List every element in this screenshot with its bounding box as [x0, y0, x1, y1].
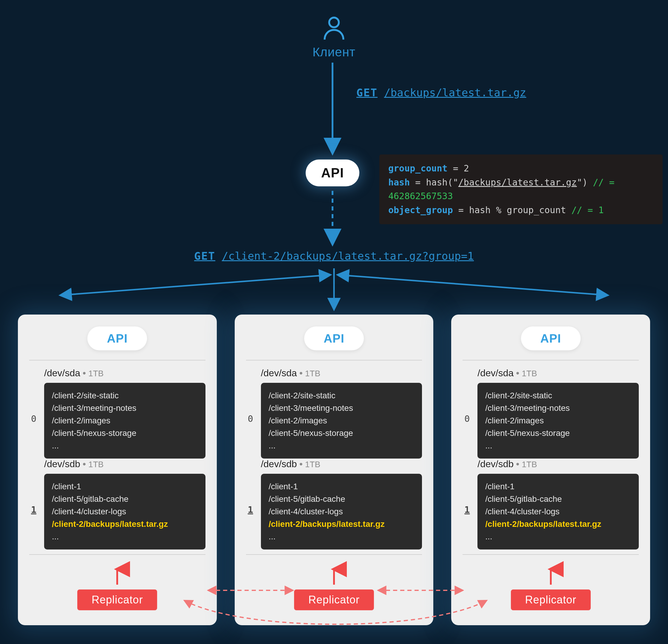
http-method: GET [194, 250, 215, 262]
disk-entry: /client-2/images [269, 414, 414, 427]
disk-entry: /client-2/backups/latest.tar.gz [269, 518, 414, 531]
disk-header: /dev/sdb•1TB [44, 459, 206, 470]
disk-entry: /client-1 [52, 480, 198, 493]
disk-path: /dev/sda [44, 368, 80, 378]
server-card: API/dev/sda•1TB0/client-2/site-static/cl… [235, 315, 434, 625]
disk-entry: /client-5/gitlab-cache [52, 493, 198, 505]
api-pill: API [87, 326, 147, 350]
disk-entry: ... [485, 531, 631, 543]
disk-row: 0/client-2/site-static/client-3/meeting-… [29, 379, 206, 459]
disk-entries: /client-1/client-5/gitlab-cache/client-4… [44, 474, 206, 550]
disk-entry: ... [485, 440, 631, 452]
disk-size: 1TB [522, 369, 537, 378]
svg-line-5 [338, 275, 607, 295]
disk-entry: /client-2/images [485, 414, 631, 427]
disk-entry: /client-4/cluster-logs [52, 505, 198, 518]
client-label: Клиент [304, 45, 364, 59]
disk-index: 1 [246, 504, 255, 515]
disk-entry: /client-1 [269, 480, 414, 493]
api-pill: API [304, 326, 364, 350]
request-top: GET /backups/latest.tar.gz [356, 87, 526, 99]
disk-entry: /client-2/site-static [269, 389, 414, 402]
http-path: /backups/latest.tar.gz [384, 87, 526, 99]
disk-header: /dev/sdb•1TB [261, 459, 422, 470]
svg-line-4 [61, 275, 330, 295]
disk-entries: /client-2/site-static/client-3/meeting-n… [44, 383, 206, 459]
request-second: GET /client-2/backups/latest.tar.gz?grou… [0, 250, 668, 262]
disk-entry: /client-2/images [52, 414, 198, 427]
disk-row: 0/client-2/site-static/client-3/meeting-… [462, 379, 639, 459]
disk-row: 0/client-2/site-static/client-3/meeting-… [246, 379, 422, 459]
disk-path: /dev/sdb [261, 459, 297, 469]
client: Клиент [304, 15, 364, 59]
arrow-api-to-get [328, 191, 340, 249]
server-card: API/dev/sda•1TB0/client-2/site-static/cl… [18, 315, 217, 625]
replicator-wrap: Replicator [29, 567, 206, 610]
disk-header: /dev/sda•1TB [44, 368, 206, 379]
replicator-badge: Replicator [294, 589, 374, 610]
disk-index: 1 [462, 504, 471, 515]
disk-entry: ... [269, 440, 414, 452]
disk-entry: /client-2/site-static [485, 389, 631, 402]
svg-point-0 [329, 18, 339, 27]
disk-entry: /client-3/meeting-notes [52, 402, 198, 414]
arrow-client-to-api [328, 63, 340, 158]
disk-index: 0 [29, 414, 38, 424]
replicator-wrap: Replicator [246, 567, 422, 610]
disk-entry: /client-3/meeting-notes [269, 402, 414, 414]
disk-entry: /client-3/meeting-notes [485, 402, 631, 414]
disk-size: 1TB [522, 460, 537, 469]
disk-index: 0 [462, 414, 471, 424]
disk-index: 1 [29, 504, 38, 515]
replicator-badge: Replicator [77, 589, 157, 610]
disk-entry: /client-2/site-static [52, 389, 198, 402]
disk-entries: /client-1/client-5/gitlab-cache/client-4… [261, 474, 422, 550]
disk-entry: /client-5/nexus-storage [52, 427, 198, 440]
disk-entry: /client-4/cluster-logs [269, 505, 414, 518]
api-gateway: API [306, 159, 359, 186]
disk-path: /dev/sdb [44, 459, 80, 469]
arrow-fanout [24, 269, 644, 313]
replicator-badge: Replicator [511, 589, 591, 610]
code-box: group_count = 2 hash = hash("/backups/la… [379, 154, 663, 224]
disk-row: 1/client-1/client-5/gitlab-cache/client-… [29, 470, 206, 550]
disk-size: 1TB [305, 460, 320, 469]
disk-size: 1TB [88, 369, 104, 378]
disk-entry: /client-5/nexus-storage [269, 427, 414, 440]
user-icon [304, 15, 364, 44]
disk-path: /dev/sda [477, 368, 514, 378]
arrow-up-icon [111, 567, 123, 588]
disk-entry: /client-5/nexus-storage [485, 427, 631, 440]
disk-header: /dev/sdb•1TB [477, 459, 639, 470]
server-card: API/dev/sda•1TB0/client-2/site-static/cl… [451, 315, 650, 625]
disk-entry: /client-2/backups/latest.tar.gz [52, 518, 198, 531]
disk-path: /dev/sdb [477, 459, 514, 469]
arrow-up-icon [545, 567, 557, 588]
http-path: /client-2/backups/latest.tar.gz?group=1 [222, 250, 474, 262]
arrow-up-icon [328, 567, 340, 588]
disk-entry: /client-1 [485, 480, 631, 493]
disk-entry: /client-5/gitlab-cache [269, 493, 414, 505]
disk-index: 0 [246, 414, 255, 424]
http-method: GET [356, 87, 378, 99]
disk-row: 1/client-1/client-5/gitlab-cache/client-… [246, 470, 422, 550]
disk-header: /dev/sda•1TB [261, 368, 422, 379]
replicator-wrap: Replicator [462, 567, 639, 610]
disk-entry: ... [52, 440, 198, 452]
disk-entry: ... [52, 531, 198, 543]
disk-entries: /client-1/client-5/gitlab-cache/client-4… [477, 474, 639, 550]
disk-size: 1TB [88, 460, 104, 469]
disk-size: 1TB [305, 369, 320, 378]
disk-header: /dev/sda•1TB [477, 368, 639, 379]
disk-row: 1/client-1/client-5/gitlab-cache/client-… [462, 470, 639, 550]
disk-entry: /client-5/gitlab-cache [485, 493, 631, 505]
server-cards: API/dev/sda•1TB0/client-2/site-static/cl… [18, 315, 650, 625]
disk-entries: /client-2/site-static/client-3/meeting-n… [261, 383, 422, 459]
api-pill: API [521, 326, 581, 350]
disk-entry: /client-2/backups/latest.tar.gz [485, 518, 631, 531]
disk-path: /dev/sda [261, 368, 297, 378]
disk-entry: /client-4/cluster-logs [485, 505, 631, 518]
disk-entry: ... [269, 531, 414, 543]
disk-entries: /client-2/site-static/client-3/meeting-n… [477, 383, 639, 459]
